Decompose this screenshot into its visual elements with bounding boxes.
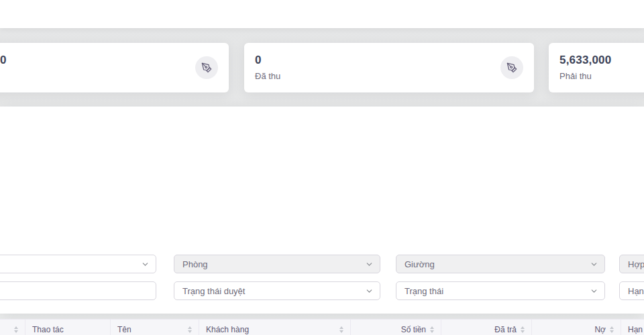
chevron-down-icon	[141, 260, 150, 269]
header-actions: Thao tác	[25, 320, 111, 335]
bed-select-label: Giường	[405, 259, 435, 269]
chevron-down-icon	[590, 260, 598, 269]
sort-icon[interactable]	[430, 326, 434, 333]
sort-icon[interactable]	[610, 326, 614, 333]
bed-select[interactable]: Giường	[396, 255, 605, 273]
header-name[interactable]: Tên	[111, 320, 199, 335]
room-select[interactable]: Phòng	[174, 255, 380, 273]
table-header-row: Thao tác Tên Khách hàng Số tiền Đã trả	[0, 320, 644, 335]
sort-icon[interactable]	[339, 326, 343, 333]
approval-status-label: Trạng thái duyệt	[182, 286, 245, 296]
status-label: Trạng thái	[405, 286, 443, 296]
chevron-down-icon	[365, 260, 374, 269]
pen-tool-icon	[500, 56, 523, 79]
pen-tool-icon	[195, 56, 218, 79]
contract-select[interactable]: Hợp đồng	[619, 255, 644, 273]
header-customer[interactable]: Khách hàng	[199, 320, 351, 335]
stat-value: 0	[255, 54, 262, 67]
stat-card-collected: 0 Đã thu	[244, 43, 534, 92]
page: 0 0 Đã thu 5,633,000 Phải thu Phòng Giườ…	[0, 0, 644, 335]
stat-value: 0	[0, 54, 7, 67]
sort-icon[interactable]	[188, 326, 192, 333]
content-panel: Phòng Giường Hợp đồng Trạng thái duyệt T…	[0, 107, 644, 314]
building-select[interactable]	[0, 255, 156, 273]
stat-label: Đã thu	[255, 71, 280, 81]
contract-select-label: Hợp đồng	[628, 259, 644, 269]
stat-card-receivable: 5,633,000 Phải thu	[549, 43, 644, 92]
search-input[interactable]	[0, 281, 156, 300]
status-select[interactable]: Trạng thái	[396, 281, 605, 300]
stat-value: 5,633,000	[559, 54, 611, 67]
header-due[interactable]: Hạn	[621, 320, 644, 335]
sort-icon[interactable]	[521, 326, 525, 333]
stat-card-total: 0	[0, 43, 229, 92]
chevron-down-icon	[365, 287, 374, 295]
due-select-label: Hạn thu	[628, 286, 644, 296]
chevron-down-icon	[590, 287, 598, 295]
sort-icon[interactable]	[14, 326, 18, 333]
header-amount[interactable]: Số tiền	[351, 320, 441, 335]
due-select[interactable]: Hạn thu	[619, 281, 644, 300]
stat-label: Phải thu	[559, 71, 592, 81]
header-debt[interactable]: Nợ	[532, 320, 621, 335]
room-select-label: Phòng	[182, 259, 208, 269]
header-paid[interactable]: Đã trả	[441, 320, 532, 335]
invoice-table: Thao tác Tên Khách hàng Số tiền Đã trả	[0, 319, 644, 335]
approval-status-select[interactable]: Trạng thái duyệt	[174, 281, 380, 300]
top-navbar	[0, 0, 644, 28]
header-id[interactable]	[0, 320, 25, 335]
